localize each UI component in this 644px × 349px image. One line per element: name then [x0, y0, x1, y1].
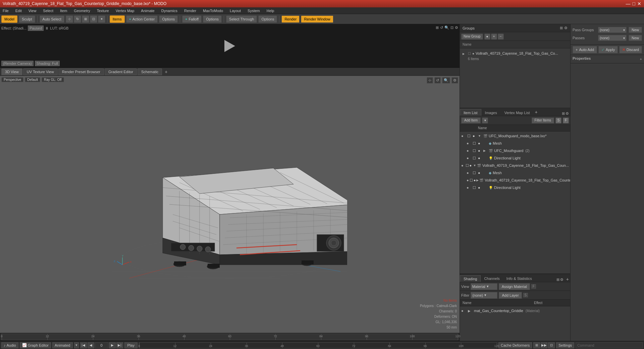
- action-center-btn[interactable]: Action Center: [126, 15, 158, 23]
- passes-dropdown[interactable]: (none) ▾: [598, 35, 627, 41]
- timeline-scroll[interactable]: // will be populated by JS 0122436486072…: [1, 334, 458, 340]
- menu-maxtomodo[interactable]: MaxToModo: [202, 9, 224, 13]
- transform-icon-3[interactable]: ⊞: [82, 15, 89, 23]
- timeline-area[interactable]: 01224364860728496108120: [139, 342, 497, 348]
- cache-deformers-btn[interactable]: Cache Deformers: [498, 342, 532, 348]
- animated-chevron[interactable]: ▾: [74, 342, 79, 348]
- apply-btn[interactable]: ✓ Apply: [598, 46, 618, 53]
- add-item-icon[interactable]: ▾: [482, 117, 488, 123]
- menu-texture[interactable]: Texture: [96, 9, 110, 13]
- tab-images[interactable]: Images: [481, 109, 501, 116]
- preview-play-btn[interactable]: [221, 38, 238, 54]
- menu-help[interactable]: Help: [265, 9, 276, 13]
- eye-icon-0[interactable]: ●: [461, 134, 467, 138]
- tab-info-stats[interactable]: Info & Statistics: [503, 275, 535, 282]
- menu-render[interactable]: Render: [183, 9, 198, 13]
- groups-add-icon[interactable]: +: [491, 34, 497, 40]
- transform-icon-2[interactable]: ↻: [74, 15, 81, 23]
- transform-icon-5[interactable]: ✦: [98, 15, 105, 23]
- pb-icon-3[interactable]: ⊡: [548, 342, 555, 348]
- item-row-5[interactable]: ● ☐ ● Mesh: [460, 169, 570, 177]
- menu-geometry[interactable]: Geometry: [72, 9, 91, 13]
- shading-settings-icon[interactable]: ⚙: [560, 278, 564, 282]
- menu-system[interactable]: System: [246, 9, 261, 13]
- panel-settings-icon[interactable]: ⚙: [566, 111, 569, 116]
- tab-shading[interactable]: Shading: [460, 275, 481, 282]
- groups-eye-icon[interactable]: ●: [484, 34, 490, 40]
- filter-f-icon[interactable]: F: [563, 117, 569, 123]
- menu-animate[interactable]: Animate: [140, 9, 156, 13]
- viewport-3d[interactable]: Perspective Default Ray GL: Off ⊹ ↺ 🔍 ⚙: [0, 76, 460, 333]
- settings-icon[interactable]: ⚙: [564, 26, 568, 30]
- items-btn[interactable]: Items: [110, 15, 125, 23]
- transform-icon-1[interactable]: ⊹: [66, 15, 73, 23]
- menu-item[interactable]: Item: [59, 9, 68, 13]
- item-row-3[interactable]: ● ☐ ● Directional Light: [460, 154, 570, 162]
- preview-ctrl-2[interactable]: ↺: [440, 26, 443, 30]
- item-row-7[interactable]: ● ☐ ● Directional Light: [460, 184, 570, 191]
- preview-ctrl-1[interactable]: ⊞: [436, 26, 439, 30]
- menu-dynamics[interactable]: Dynamics: [160, 9, 179, 13]
- preview-ctrl-5[interactable]: ⚙: [455, 26, 458, 30]
- minimize-btn[interactable]: —: [626, 1, 631, 6]
- graph-editor-btn[interactable]: 📈 Graph Editor: [20, 342, 51, 348]
- item-row-2[interactable]: ● ☐ ● ▶ UFC_Mouthguard (2): [460, 147, 570, 154]
- view-dropdown[interactable]: Material ▾: [471, 283, 497, 290]
- expand-2[interactable]: ▶: [483, 149, 488, 152]
- tab-gradient[interactable]: Gradient Editor: [105, 68, 137, 75]
- pb-icon-1[interactable]: ⊞: [533, 342, 540, 348]
- item-row-1[interactable]: ● ☐ ● Mesh: [460, 140, 570, 147]
- menu-select[interactable]: Select: [42, 9, 55, 13]
- tab-uv[interactable]: UV Texture View: [23, 68, 58, 75]
- eye-icon-4[interactable]: ●: [461, 163, 465, 167]
- tab-channels[interactable]: Channels: [481, 275, 503, 282]
- item-row-0[interactable]: ● ☐ ● ▼ UFC_Mouthguard_modo_base.lxo*: [460, 132, 570, 140]
- render-window-btn[interactable]: Render Window: [301, 15, 333, 23]
- properties-expand-icon[interactable]: +: [640, 57, 642, 61]
- play-btn[interactable]: Play: [124, 342, 138, 348]
- menu-vertex-map[interactable]: Vertex Map: [114, 9, 136, 13]
- preview-ctrl-3[interactable]: 🔍: [444, 26, 449, 30]
- menu-file[interactable]: File: [1, 9, 10, 13]
- assign-material-btn[interactable]: Assign Material: [499, 283, 530, 290]
- new-btn-2[interactable]: New: [629, 35, 642, 41]
- tab-vertex-map[interactable]: Vertex Map List: [501, 109, 534, 116]
- prev-start-btn[interactable]: |◀: [80, 342, 87, 348]
- auto-add-btn[interactable]: + Auto Add: [573, 46, 597, 53]
- falloff-btn[interactable]: Falloff: [182, 15, 202, 23]
- expand-6[interactable]: ▶: [476, 179, 479, 182]
- new-group-btn[interactable]: New Group: [461, 34, 483, 40]
- eye-icon-3[interactable]: ●: [467, 156, 472, 160]
- command-input[interactable]: Command: [576, 342, 643, 348]
- pass-groups-dropdown[interactable]: (none) ▾: [598, 27, 627, 33]
- menu-edit[interactable]: Edit: [14, 9, 23, 13]
- tab-item-list[interactable]: Item List: [460, 109, 481, 116]
- shading-expand-icon[interactable]: ⊞: [556, 278, 559, 282]
- menu-view[interactable]: View: [27, 9, 38, 13]
- expand-icon[interactable]: ⊞: [560, 26, 563, 30]
- eye-icon-2[interactable]: ●: [467, 149, 472, 153]
- shading-row-0[interactable]: ● ▶ mat_Gas_Countertop_Griddle (Material…: [460, 307, 570, 314]
- pb-icon-2[interactable]: ▶▶: [541, 342, 547, 348]
- next-end-btn[interactable]: ▶|: [116, 342, 123, 348]
- options-btn-3[interactable]: Options: [258, 15, 277, 23]
- audio-btn[interactable]: ♪ Audio: [1, 342, 18, 348]
- tab-render-preset[interactable]: Render Preset Browser: [58, 68, 104, 75]
- render-btn[interactable]: Render: [281, 15, 300, 23]
- options-btn-1[interactable]: Options: [159, 15, 178, 23]
- next-frame-btn[interactable]: ▶: [109, 342, 116, 348]
- eye-icon-6[interactable]: ●: [467, 178, 469, 182]
- expand-4[interactable]: ▼: [473, 164, 476, 167]
- expand-0[interactable]: ▼: [478, 134, 483, 138]
- tab-3dview[interactable]: 3D View: [1, 68, 22, 75]
- filter-s-icon[interactable]: S: [555, 117, 561, 123]
- mode-model-btn[interactable]: Model: [1, 15, 17, 23]
- add-viewport-tab[interactable]: +: [163, 69, 169, 74]
- add-item-tab[interactable]: +: [533, 109, 539, 115]
- animated-btn[interactable]: Animated: [52, 342, 72, 348]
- select-through-btn[interactable]: Select Through: [226, 15, 257, 23]
- close-btn[interactable]: ✕: [637, 1, 641, 6]
- prev-frame-btn[interactable]: ◀: [88, 342, 94, 348]
- new-btn[interactable]: New: [629, 27, 642, 33]
- eye-icon-5[interactable]: ●: [467, 171, 472, 175]
